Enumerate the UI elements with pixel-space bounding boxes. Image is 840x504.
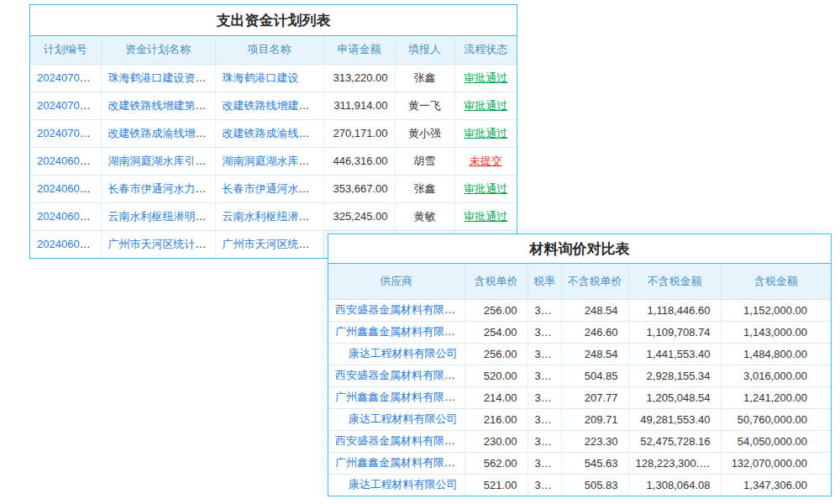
amount-with-tax-cell: 132,070,000.00 bbox=[721, 452, 831, 474]
project-name-cell: 广州市天河区统计... bbox=[215, 230, 323, 258]
plan-no-link[interactable]: 2024070001 bbox=[37, 127, 97, 139]
fund-name-cell: 长春市伊通河水力发... bbox=[101, 175, 215, 202]
material-inquiry-panel: 材料询价对比表 供应商 含税单价 税率 不含税单价 不含税金额 含税金额 西安盛… bbox=[328, 234, 832, 496]
amount-with-tax-cell: 1,484,800.00 bbox=[721, 343, 831, 365]
tax-rate-cell: 3.00 bbox=[528, 408, 561, 430]
fund-name-link[interactable]: 珠海鹤港口建设资金... bbox=[108, 71, 216, 84]
col-header-project-name: 项目名称 bbox=[215, 36, 323, 64]
amount-no-tax-cell: 1,308,064.08 bbox=[628, 474, 721, 496]
fund-name-link[interactable]: 湖南洞庭湖水库引水... bbox=[108, 155, 216, 167]
price-with-tax-cell: 214.00 bbox=[465, 386, 528, 408]
price-with-tax-cell: 230.00 bbox=[465, 430, 528, 452]
col-header-price-with-tax: 含税单价 bbox=[465, 264, 528, 299]
expense-table-row: 2024060010 长春市伊通河水力发... 长春市伊通河水力... 353,… bbox=[30, 175, 517, 202]
inquiry-table-row: 广州鑫鑫金属材料有限公司 562.00 3.00 545.63 128,223,… bbox=[328, 452, 831, 474]
reporter-cell: 胡雪 bbox=[395, 147, 454, 175]
fund-name-link[interactable]: 云南水利枢纽潜明水... bbox=[108, 210, 216, 223]
inquiry-table-row: 康达工程材料有限公司 521.00 3.00 505.83 1,308,064.… bbox=[328, 474, 831, 496]
price-with-tax-cell: 254.00 bbox=[465, 321, 528, 343]
supplier-link[interactable]: 广州鑫鑫金属材料有限公司 bbox=[335, 456, 465, 469]
expense-plan-panel: 支出资金计划列表 计划编号 资金计划名称 项目名称 申请金额 填报人 流程状态 … bbox=[29, 4, 517, 259]
price-with-tax-cell: 521.00 bbox=[465, 474, 528, 496]
status-link[interactable]: 审批通过 bbox=[464, 99, 507, 112]
plan-no-link[interactable]: 2024060009 bbox=[37, 210, 97, 223]
project-name-cell: 改建铁路成渝线增... bbox=[215, 119, 323, 147]
plan-no-cell: 2024070001 bbox=[30, 119, 101, 147]
reporter-cell: 张鑫 bbox=[395, 64, 454, 92]
fund-name-link[interactable]: 改建铁路线增建第二... bbox=[108, 99, 216, 112]
status-link[interactable]: 未提交 bbox=[470, 155, 502, 167]
project-name-link[interactable]: 湖南洞庭湖水库引... bbox=[223, 155, 319, 167]
supplier-link[interactable]: 西安盛器金属材料有限公司 bbox=[335, 369, 465, 381]
supplier-link[interactable]: 西安盛器金属材料有限公司 bbox=[335, 434, 465, 447]
inquiry-panel-title: 材料询价对比表 bbox=[328, 234, 831, 264]
inquiry-table-body: 西安盛器金属材料有限公司 256.00 3.00 248.54 1,118,44… bbox=[328, 299, 831, 496]
plan-no-link[interactable]: 2024070003 bbox=[37, 71, 97, 84]
project-name-cell: 云南水利枢纽潜明... bbox=[215, 202, 323, 230]
amount-no-tax-cell: 52,475,728.16 bbox=[628, 430, 721, 452]
project-name-link[interactable]: 长春市伊通河水力... bbox=[223, 182, 319, 195]
status-link[interactable]: 审批通过 bbox=[464, 210, 507, 223]
project-name-cell: 改建铁路线增建第... bbox=[215, 92, 323, 119]
supplier-link[interactable]: 康达工程材料有限公司 bbox=[349, 478, 458, 491]
amount-with-tax-cell: 1,347,306.00 bbox=[721, 474, 831, 496]
plan-no-link[interactable]: 2024060010 bbox=[37, 182, 97, 195]
inquiry-table-row: 康达工程材料有限公司 216.00 3.00 209.71 49,281,553… bbox=[328, 408, 831, 430]
status-link[interactable]: 审批通过 bbox=[464, 71, 507, 84]
supplier-link[interactable]: 康达工程材料有限公司 bbox=[349, 347, 458, 360]
supplier-cell: 康达工程材料有限公司 bbox=[328, 474, 465, 496]
fund-name-link[interactable]: 广州市天河区统计局... bbox=[108, 238, 216, 250]
col-header-supplier: 供应商 bbox=[328, 264, 465, 299]
price-with-tax-cell: 256.00 bbox=[465, 299, 528, 321]
status-link[interactable]: 审批通过 bbox=[464, 127, 507, 139]
material-inquiry-table: 供应商 含税单价 税率 不含税单价 不含税金额 含税金额 西安盛器金属材料有限公… bbox=[328, 264, 831, 496]
status-cell: 审批通过 bbox=[454, 64, 517, 92]
amount-no-tax-cell: 1,205,048.54 bbox=[628, 386, 721, 408]
project-name-link[interactable]: 改建铁路线增建第... bbox=[223, 99, 319, 112]
expense-table-row: 2024070002 改建铁路线增建第二... 改建铁路线增建第... 311,… bbox=[30, 92, 517, 119]
status-cell: 审批通过 bbox=[454, 202, 517, 230]
expense-table-body: 2024070003 珠海鹤港口建设资金... 珠海鹤港口建设 313,220.… bbox=[30, 64, 517, 258]
supplier-link[interactable]: 广州鑫鑫金属材料有限公司 bbox=[335, 325, 465, 338]
project-name-cell: 长春市伊通河水力... bbox=[215, 175, 323, 202]
fund-name-link[interactable]: 改建铁路成渝线增建... bbox=[108, 127, 216, 139]
project-name-link[interactable]: 改建铁路成渝线增... bbox=[223, 127, 319, 139]
inquiry-table-row: 广州鑫鑫金属材料有限公司 214.00 3.00 207.77 1,205,04… bbox=[328, 386, 831, 408]
tax-rate-cell: 3.00 bbox=[528, 430, 561, 452]
supplier-link[interactable]: 广州鑫鑫金属材料有限公司 bbox=[335, 391, 465, 403]
tax-rate-cell: 3.00 bbox=[528, 474, 561, 496]
supplier-cell: 康达工程材料有限公司 bbox=[328, 343, 465, 365]
amount-no-tax-cell: 128,223,300.97 bbox=[628, 452, 721, 474]
status-cell: 未提交 bbox=[454, 147, 517, 175]
plan-no-link[interactable]: 2024060011 bbox=[37, 155, 97, 167]
supplier-link[interactable]: 西安盛器金属材料有限公司 bbox=[335, 303, 465, 316]
inquiry-table-header-row: 供应商 含税单价 税率 不含税单价 不含税金额 含税金额 bbox=[328, 264, 831, 299]
price-with-tax-cell: 520.00 bbox=[465, 365, 528, 386]
supplier-cell: 西安盛器金属材料有限公司 bbox=[328, 430, 465, 452]
plan-no-link[interactable]: 2024060008 bbox=[37, 238, 97, 250]
inquiry-table-row: 西安盛器金属材料有限公司 256.00 3.00 248.54 1,118,44… bbox=[328, 299, 831, 321]
project-name-link[interactable]: 珠海鹤港口建设 bbox=[223, 71, 299, 84]
amount-cell: 270,171.00 bbox=[323, 119, 395, 147]
supplier-link[interactable]: 康达工程材料有限公司 bbox=[349, 412, 458, 425]
col-header-fund-name: 资金计划名称 bbox=[101, 36, 215, 64]
amount-no-tax-cell: 1,441,553.40 bbox=[628, 343, 721, 365]
price-no-tax-cell: 209.71 bbox=[561, 408, 628, 430]
project-name-link[interactable]: 云南水利枢纽潜明... bbox=[223, 210, 319, 223]
plan-no-cell: 2024060011 bbox=[30, 147, 101, 175]
fund-name-link[interactable]: 长春市伊通河水力发... bbox=[108, 182, 216, 195]
amount-no-tax-cell: 1,109,708.74 bbox=[628, 321, 721, 343]
supplier-cell: 康达工程材料有限公司 bbox=[328, 408, 465, 430]
tax-rate-cell: 3.00 bbox=[528, 386, 561, 408]
plan-no-cell: 2024070002 bbox=[30, 92, 101, 119]
expense-table-row: 2024060011 湖南洞庭湖水库引水... 湖南洞庭湖水库引... 446,… bbox=[30, 147, 517, 175]
project-name-link[interactable]: 广州市天河区统计... bbox=[223, 238, 319, 250]
amount-cell: 313,220.00 bbox=[323, 64, 395, 92]
plan-no-link[interactable]: 2024070002 bbox=[37, 99, 97, 112]
col-header-price-no-tax: 不含税单价 bbox=[561, 264, 628, 299]
plan-no-cell: 2024070003 bbox=[30, 64, 101, 92]
fund-name-cell: 云南水利枢纽潜明水... bbox=[101, 202, 215, 230]
supplier-cell: 广州鑫鑫金属材料有限公司 bbox=[328, 321, 465, 343]
amount-no-tax-cell: 49,281,553.40 bbox=[628, 408, 721, 430]
status-link[interactable]: 审批通过 bbox=[464, 182, 507, 195]
